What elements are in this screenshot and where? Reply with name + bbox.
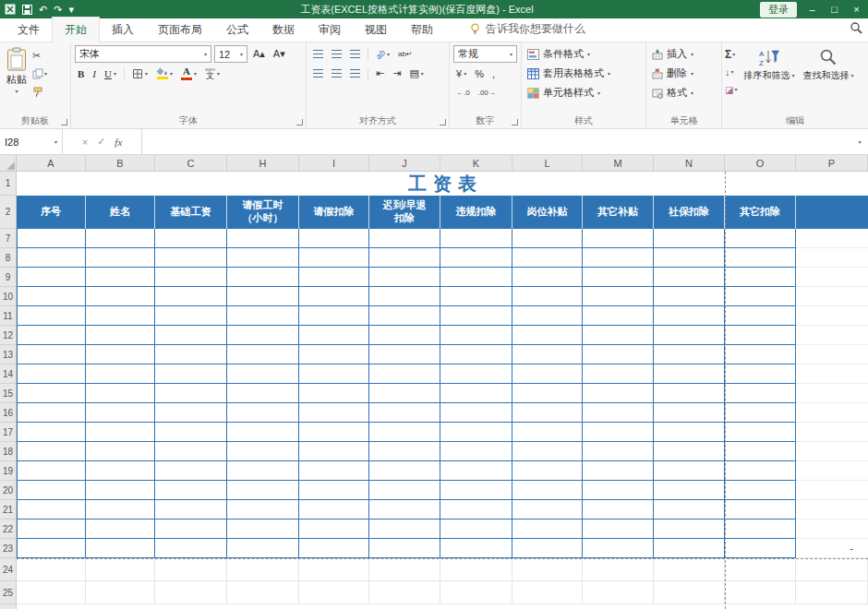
cell-O20[interactable]: [725, 481, 796, 500]
cell-I21[interactable]: [299, 500, 369, 519]
cell-P16[interactable]: [796, 403, 868, 423]
delete-cells-button[interactable]: 删除▾: [649, 64, 718, 83]
cell-A16[interactable]: [17, 403, 86, 423]
cell-A10[interactable]: [17, 287, 86, 306]
row-header-24[interactable]: 24: [0, 558, 17, 581]
cell-B18[interactable]: [86, 442, 155, 461]
cell-H22[interactable]: [227, 519, 299, 539]
cell-C20[interactable]: [155, 481, 227, 500]
cell-O25[interactable]: [725, 581, 796, 604]
cell-A8[interactable]: [17, 248, 86, 268]
cell-M15[interactable]: [583, 384, 654, 403]
cell-C21[interactable]: [155, 500, 227, 519]
cell-L16[interactable]: [512, 403, 583, 423]
cell-B24[interactable]: [86, 558, 155, 581]
row-header-12[interactable]: 12: [0, 326, 17, 345]
cell-M14[interactable]: [583, 364, 654, 384]
cell-P25[interactable]: [796, 581, 868, 604]
cell-K15[interactable]: [440, 384, 512, 403]
row-header-7[interactable]: 7: [0, 229, 17, 248]
cell-C14[interactable]: [155, 364, 227, 384]
undo-button[interactable]: ↶: [39, 4, 47, 16]
cell-N20[interactable]: [654, 481, 725, 500]
cell-C18[interactable]: [155, 442, 227, 461]
increase-indent-button[interactable]: ⇥: [390, 66, 404, 80]
cell-P15[interactable]: [796, 384, 868, 403]
row-header-17[interactable]: 17: [0, 423, 17, 442]
cell-N8[interactable]: [654, 248, 725, 268]
search-button[interactable]: [850, 21, 862, 42]
cell-P10[interactable]: [796, 287, 868, 306]
cell-A20[interactable]: [17, 481, 86, 500]
cell-H21[interactable]: [227, 500, 299, 519]
number-format-combo[interactable]: 常规▾: [453, 45, 517, 63]
cell-P19[interactable]: [796, 461, 868, 481]
cell-K24[interactable]: [440, 558, 512, 581]
cell-P11[interactable]: [796, 306, 868, 326]
enter-button[interactable]: ✓: [97, 136, 105, 148]
cell-B22[interactable]: [86, 519, 155, 539]
cell-P7[interactable]: [796, 229, 868, 248]
header-cell-I[interactable]: 请假扣除: [299, 196, 369, 229]
cell-C24[interactable]: [155, 558, 227, 581]
cell-L23[interactable]: [512, 539, 583, 558]
cell-N9[interactable]: [654, 268, 725, 287]
cell-P14[interactable]: [796, 364, 868, 384]
cell-I18[interactable]: [299, 442, 369, 461]
cell-N25[interactable]: [654, 581, 725, 604]
column-header-B[interactable]: B: [86, 155, 155, 171]
cell-A13[interactable]: [17, 345, 86, 364]
format-painter-button[interactable]: [32, 86, 47, 99]
cell-I10[interactable]: [299, 287, 369, 306]
column-header-M[interactable]: M: [583, 155, 654, 171]
cell-O22[interactable]: [725, 519, 796, 539]
cell-K8[interactable]: [440, 248, 512, 268]
cell-C11[interactable]: [155, 306, 227, 326]
tab-insert[interactable]: 插入: [100, 18, 146, 42]
cell-P9[interactable]: [796, 268, 868, 287]
row-header-8[interactable]: 8: [0, 248, 17, 268]
autosum-button[interactable]: Σ▾: [725, 48, 737, 61]
cell-B13[interactable]: [86, 345, 155, 364]
cell-C13[interactable]: [155, 345, 227, 364]
cell-H12[interactable]: [227, 326, 299, 345]
cell-K21[interactable]: [440, 500, 512, 519]
orientation-button[interactable]: ab▾: [373, 49, 392, 60]
cell-K16[interactable]: [440, 403, 512, 423]
cell-J22[interactable]: [369, 519, 440, 539]
align-bottom-button[interactable]: [347, 49, 363, 60]
cell-J16[interactable]: [369, 403, 440, 423]
row-header-21[interactable]: 21: [0, 500, 17, 519]
tab-review[interactable]: 审阅: [307, 18, 353, 42]
cell-N16[interactable]: [654, 403, 725, 423]
cell-B25[interactable]: [86, 581, 155, 604]
tab-help[interactable]: 帮助: [399, 18, 445, 42]
column-header-P[interactable]: P: [796, 155, 868, 171]
cell-J17[interactable]: [369, 423, 440, 442]
cell-L9[interactable]: [512, 268, 583, 287]
tab-file[interactable]: 文件: [6, 18, 52, 42]
decrease-indent-button[interactable]: ⇤: [373, 66, 387, 80]
cell-N13[interactable]: [654, 345, 725, 364]
tab-formulas[interactable]: 公式: [214, 18, 260, 42]
cell-J14[interactable]: [369, 364, 440, 384]
cell-A18[interactable]: [17, 442, 86, 461]
row-header-1[interactable]: 1: [0, 172, 17, 196]
sheet-title-cell[interactable]: 工资表: [17, 172, 868, 196]
name-box[interactable]: I28 ▾: [0, 129, 63, 154]
cell-C22[interactable]: [155, 519, 227, 539]
cell-B8[interactable]: [86, 248, 155, 268]
cell-H19[interactable]: [227, 461, 299, 481]
cell-H7[interactable]: [227, 229, 299, 248]
header-cell-A[interactable]: 序号: [17, 196, 86, 229]
cell-I20[interactable]: [299, 481, 369, 500]
accounting-format-button[interactable]: ¥▾: [453, 67, 469, 80]
cell-I12[interactable]: [299, 326, 369, 345]
cell-L14[interactable]: [512, 364, 583, 384]
cell-I8[interactable]: [299, 248, 369, 268]
cell-O23[interactable]: [725, 539, 796, 558]
cell-H11[interactable]: [227, 306, 299, 326]
row-header-16[interactable]: 16: [0, 403, 17, 423]
cell-C9[interactable]: [155, 268, 227, 287]
header-cell-O[interactable]: 其它扣除: [725, 196, 796, 229]
